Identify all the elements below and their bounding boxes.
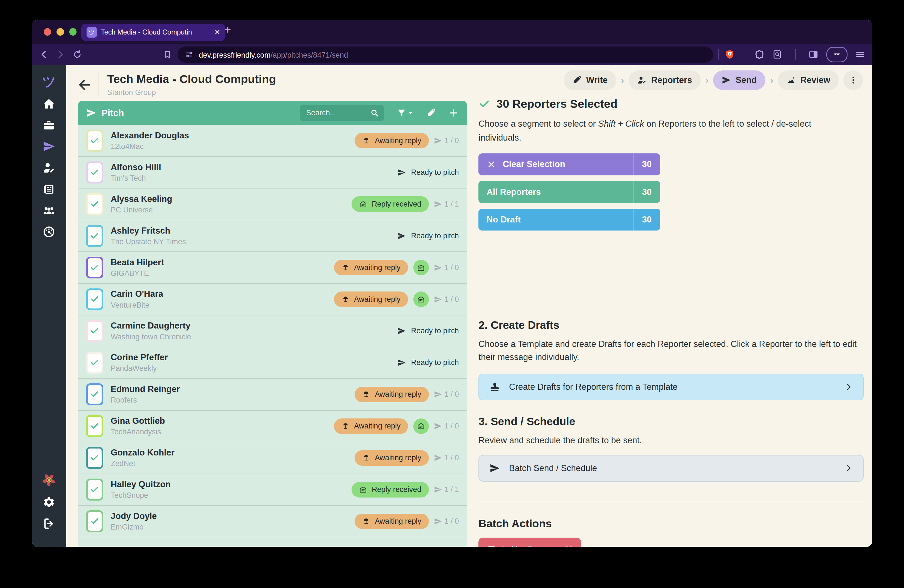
reporter-row[interactable]: Carmine Daugherty Washing town Chronicle… [78, 315, 467, 347]
step-write[interactable]: Write [564, 70, 616, 90]
reporter-row[interactable]: Corine Pfeffer PandaWeekly Ready to pitc… [78, 347, 467, 379]
reporter-checkbox[interactable] [86, 320, 103, 342]
reply-envelope-icon [413, 419, 429, 434]
sidebar-toggle-icon[interactable] [808, 49, 819, 60]
reporter-checkbox[interactable] [86, 383, 103, 405]
reporter-row[interactable]: Carin O'Hara VentureBite Awaiting reply … [78, 284, 467, 315]
screenshot-stage: ツ Tech Media - Cloud Computing ✕ + dev.p… [0, 0, 904, 588]
reporter-checkbox[interactable] [86, 225, 103, 247]
plane-icon [397, 327, 406, 335]
sent-plane-icon [434, 454, 442, 462]
reporter-row[interactable]: Jody Doyle EmGizmo Awaiting reply 1 / 0 [78, 506, 467, 537]
sidebar-item-news-icon[interactable] [43, 183, 55, 196]
reporter-checkbox[interactable] [86, 161, 103, 183]
reporter-row[interactable]: Gonzalo Kohler ZedNet Awaiting reply 1 /… [78, 443, 467, 474]
archive-reporters-button[interactable]: Archive Reporters: 30 [479, 537, 581, 547]
tune-icon[interactable] [185, 50, 194, 59]
reporter-outlet: Roofers [111, 396, 180, 405]
check-icon [90, 294, 99, 304]
sent-count: 1 / 0 [434, 390, 459, 399]
reporter-checkbox[interactable] [86, 415, 103, 437]
reporter-row[interactable]: Alexander Douglas 12to4Mac Awaiting repl… [78, 125, 467, 157]
reporter-row[interactable]: Gina Gottlieb TechAnandysis Awaiting rep… [78, 411, 467, 443]
page-back-icon[interactable] [78, 78, 92, 92]
reporter-checkbox[interactable] [86, 130, 103, 152]
sidebar-item-logout-icon[interactable] [43, 517, 55, 530]
reporters-selected-heading: 30 Reporters Selected [479, 98, 617, 111]
filter-caret-icon [408, 110, 414, 116]
sidebar-item-users-icon[interactable] [43, 204, 55, 217]
check-icon [90, 200, 99, 209]
extensions-puzzle-icon[interactable] [754, 49, 765, 60]
reply-envelope-icon [413, 291, 429, 307]
sidebar-item-person-edit-icon[interactable] [43, 161, 55, 174]
create-drafts-button[interactable]: Create Drafts for Reporters from a Templ… [479, 374, 864, 400]
address-bar[interactable]: dev.pressfriendly.com/app/pitches/8471/s… [178, 46, 713, 63]
add-reporter-button[interactable] [449, 108, 458, 118]
sidebar-item-briefcase-icon[interactable] [43, 119, 55, 132]
forward-icon[interactable] [55, 49, 66, 60]
segment-clear-selection[interactable]: Clear Selection 30 [479, 153, 660, 175]
reload-icon[interactable] [72, 49, 82, 60]
filter-button[interactable] [397, 108, 413, 118]
minimize-window-button[interactable] [57, 28, 64, 36]
step-reporters[interactable]: Reporters [629, 70, 701, 90]
reporter-row[interactable]: Alfonso Hilll Tim's Tech Ready to pitch [78, 157, 467, 188]
reporter-checkbox[interactable] [86, 447, 103, 469]
back-icon[interactable] [39, 49, 49, 60]
check-icon [90, 326, 99, 335]
new-tab-button[interactable]: + [224, 23, 231, 36]
reporter-checkbox[interactable] [86, 479, 103, 501]
brave-shield-icon[interactable] [724, 49, 735, 60]
sidebar-item-plane-icon[interactable] [43, 140, 55, 153]
step-send[interactable]: Send [713, 70, 765, 90]
ready-to-pitch-status: Ready to pitch [397, 327, 459, 335]
reader-search-icon[interactable] [772, 49, 782, 60]
reporter-checkbox[interactable] [86, 352, 103, 374]
search-input[interactable] [305, 108, 359, 118]
reporter-row[interactable]: Edmund Reinger Roofers Awaiting reply 1 … [78, 379, 467, 411]
reporter-row[interactable]: Halley Quitzon TechSnope Reply received … [78, 474, 467, 506]
bookmark-icon[interactable] [163, 49, 172, 59]
sidebar-item-gear-icon[interactable] [43, 496, 55, 509]
reporter-outlet: PC Universe [111, 206, 172, 214]
sidebar-item-gauge-icon[interactable] [43, 226, 55, 238]
hamburger-menu-icon[interactable] [855, 49, 865, 60]
browser-tab[interactable]: ツ Tech Media - Cloud Computing ✕ [81, 24, 226, 41]
brand-logo: ツ [42, 74, 56, 89]
sunglasses-rewards-icon[interactable] [827, 47, 847, 62]
reporter-row[interactable]: Beata Hilpert GIGABYTE Awaiting reply 1 … [78, 252, 467, 284]
search-icon[interactable] [370, 109, 379, 117]
sidebar-item-home-icon[interactable] [43, 98, 55, 110]
tab-close-icon[interactable]: ✕ [214, 28, 220, 36]
reporter-row[interactable]: Alyssa Keeling PC Universe Reply receive… [78, 188, 467, 220]
plane-icon [397, 358, 406, 367]
wizard-steps: Write › Reporters › Send › Review [564, 70, 863, 90]
ready-label: Ready to pitch [411, 168, 459, 177]
status-badge-label: Awaiting reply [354, 422, 400, 430]
segment-label: All Reporters [487, 187, 541, 197]
segment-label: No Draft [487, 215, 521, 224]
step-review[interactable]: Review [778, 70, 839, 90]
reporter-name: Halley Quitzon [111, 479, 171, 490]
compose-button[interactable] [426, 108, 436, 118]
sidebar-item-pinwheel-icon[interactable] [41, 473, 57, 487]
batch-send-button[interactable]: Batch Send / Schedule [479, 455, 864, 481]
reporter-checkbox[interactable] [86, 511, 103, 532]
reporter-checkbox[interactable] [86, 257, 103, 279]
check-icon [90, 136, 99, 145]
maximize-window-button[interactable] [69, 28, 77, 36]
segment-label: Clear Selection [503, 159, 565, 169]
reporter-info: Alexander Douglas 12to4Mac [111, 131, 189, 151]
reporter-checkbox[interactable] [86, 288, 103, 310]
reporter-checkbox[interactable] [86, 193, 103, 215]
more-menu-button[interactable] [843, 70, 863, 90]
close-window-button[interactable] [44, 28, 51, 36]
page-title: Tech Media - Cloud Computing [107, 73, 276, 86]
sent-count-text: 1 / 0 [444, 517, 459, 526]
segment-all-reporters[interactable]: All Reporters 30 [479, 181, 660, 203]
reporter-search[interactable] [300, 105, 384, 121]
reporter-row[interactable]: Ashley Fritsch The Upstate NY Times Read… [78, 220, 467, 252]
sent-plane-icon [434, 485, 442, 494]
segment-no-draft[interactable]: No Draft 30 [479, 209, 660, 231]
